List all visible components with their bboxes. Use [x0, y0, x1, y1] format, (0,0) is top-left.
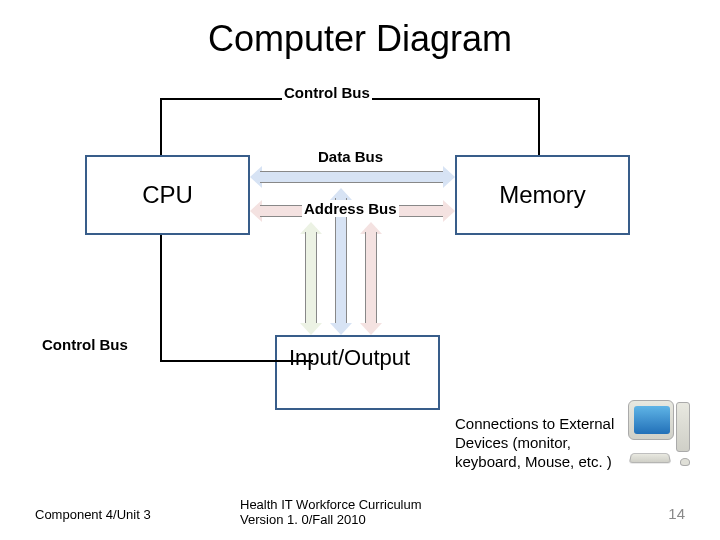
memory-block: Memory — [455, 155, 630, 235]
data-bus-arrow — [250, 166, 455, 188]
cpu-label: CPU — [142, 181, 193, 209]
connections-note: Connections to External Devices (monitor… — [455, 415, 625, 471]
footer-component: Component 4/Unit 3 — [35, 507, 151, 522]
control-bus-left-line — [160, 360, 313, 362]
io-label: Input/Output — [289, 345, 410, 371]
computer-icon — [628, 400, 690, 470]
control-bus-left-drop — [160, 235, 162, 362]
footer-line1: Health IT Workforce Curriculum — [240, 497, 422, 512]
page-number: 14 — [668, 505, 685, 522]
slide-title: Computer Diagram — [0, 18, 720, 60]
io-bus-arrow-3 — [360, 222, 382, 335]
control-bus-top-drop-right — [538, 98, 540, 155]
footer-curriculum: Health IT Workforce Curriculum Version 1… — [240, 497, 422, 528]
control-bus-top-label: Control Bus — [282, 84, 372, 101]
control-bus-left-label: Control Bus — [40, 336, 130, 353]
control-bus-top-drop-left — [160, 98, 162, 155]
memory-label: Memory — [499, 181, 586, 209]
data-bus-label: Data Bus — [316, 148, 385, 165]
address-bus-label: Address Bus — [302, 200, 399, 217]
io-block: Input/Output — [275, 335, 440, 410]
cpu-block: CPU — [85, 155, 250, 235]
io-bus-arrow-1 — [300, 222, 322, 335]
footer-line2: Version 1. 0/Fall 2010 — [240, 512, 366, 527]
